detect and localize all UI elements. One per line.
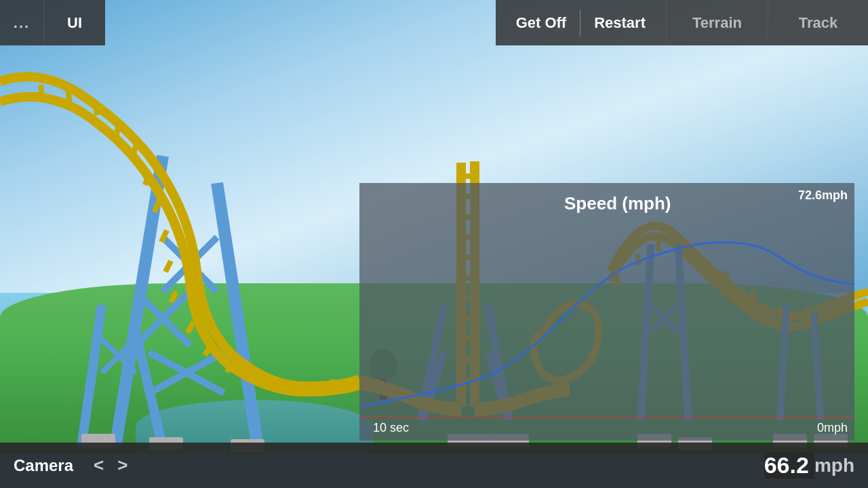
camera-label: Camera xyxy=(0,456,87,475)
svg-line-22 xyxy=(188,322,193,333)
track-button[interactable]: Track xyxy=(768,0,868,45)
svg-line-8 xyxy=(81,305,102,447)
svg-line-26 xyxy=(280,380,281,389)
chart-min-speed: 0mph xyxy=(817,421,848,435)
chart-time-label: 10 sec xyxy=(373,421,409,435)
center-buttons: Get Off Restart xyxy=(496,0,666,45)
speed-chart: Speed (mph) 72.6mph 10 sec 0mph xyxy=(359,183,854,441)
chart-title: Speed (mph) xyxy=(564,193,671,214)
svg-line-25 xyxy=(252,374,254,384)
speed-unit: mph xyxy=(814,455,868,476)
terrain-button[interactable]: Terrain xyxy=(666,0,768,45)
get-off-button[interactable]: Get Off xyxy=(509,11,574,35)
bottom-toolbar: Camera < > 66.2 mph xyxy=(0,443,868,488)
chart-max-speed: 72.6mph xyxy=(798,188,848,203)
chart-graph xyxy=(359,183,854,441)
svg-line-21 xyxy=(171,291,176,302)
svg-line-12 xyxy=(41,85,42,98)
camera-next-button[interactable]: > xyxy=(111,455,134,476)
restart-button[interactable]: Restart xyxy=(587,11,652,35)
speed-value: 66.2 xyxy=(764,452,814,479)
svg-line-14 xyxy=(95,102,97,115)
svg-line-1 xyxy=(217,183,258,447)
svg-line-13 xyxy=(68,89,70,104)
top-toolbar: ... UI Get Off Restart Terrain Track xyxy=(0,0,868,45)
svg-line-23 xyxy=(205,346,210,355)
ui-button[interactable]: UI xyxy=(44,0,105,45)
toolbar-spacer xyxy=(105,0,496,45)
svg-line-20 xyxy=(165,261,171,272)
toolbar-separator xyxy=(580,9,580,37)
svg-line-28 xyxy=(332,380,334,389)
svg-line-27 xyxy=(307,382,309,391)
svg-line-24 xyxy=(227,363,231,372)
svg-line-15 xyxy=(117,122,119,136)
svg-line-16 xyxy=(133,146,136,159)
menu-dots-button[interactable]: ... xyxy=(0,0,44,45)
camera-prev-button[interactable]: < xyxy=(87,455,111,476)
svg-line-17 xyxy=(145,173,149,185)
chart-zero-line xyxy=(359,416,854,417)
